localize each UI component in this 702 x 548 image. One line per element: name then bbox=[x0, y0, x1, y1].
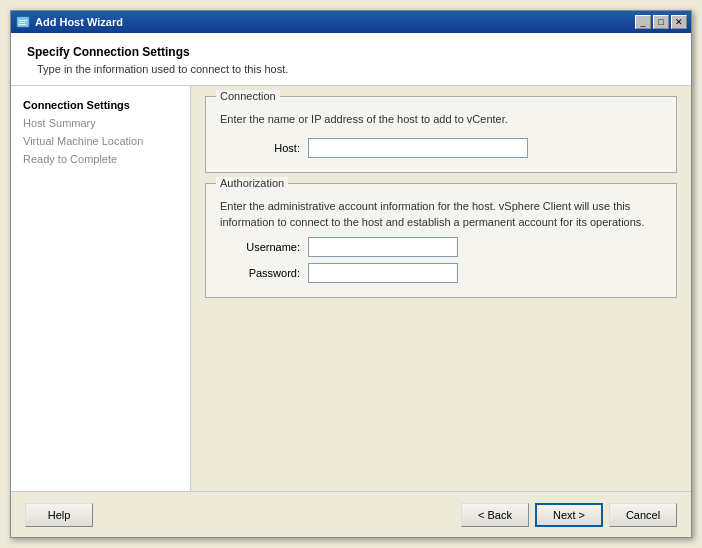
sidebar-item-host-summary: Host Summary bbox=[11, 114, 190, 132]
window-title: Add Host Wizard bbox=[35, 16, 631, 28]
minimize-button[interactable]: _ bbox=[635, 15, 651, 29]
close-button[interactable]: ✕ bbox=[671, 15, 687, 29]
window-icon bbox=[15, 14, 31, 30]
host-label: Host: bbox=[220, 142, 300, 154]
header-section: Specify Connection Settings Type in the … bbox=[11, 33, 691, 86]
connection-group-title: Connection bbox=[216, 90, 280, 102]
footer-right: < Back Next > Cancel bbox=[461, 503, 677, 527]
window-controls: _ □ ✕ bbox=[635, 15, 687, 29]
cancel-button[interactable]: Cancel bbox=[609, 503, 677, 527]
footer-left: Help bbox=[25, 503, 461, 527]
svg-rect-2 bbox=[19, 22, 25, 23]
back-button[interactable]: < Back bbox=[461, 503, 529, 527]
username-input[interactable] bbox=[308, 237, 458, 257]
authorization-description: Enter the administrative account informa… bbox=[220, 198, 662, 231]
sidebar-item-connection-settings[interactable]: Connection Settings bbox=[11, 96, 190, 114]
host-row: Host: bbox=[220, 138, 662, 158]
maximize-button[interactable]: □ bbox=[653, 15, 669, 29]
sidebar: Connection Settings Host Summary Virtual… bbox=[11, 86, 191, 491]
page-title: Specify Connection Settings bbox=[27, 45, 675, 59]
footer: Help < Back Next > Cancel bbox=[11, 491, 691, 537]
password-label: Password: bbox=[220, 267, 300, 279]
authorization-group: Authorization Enter the administrative a… bbox=[205, 183, 677, 298]
svg-rect-3 bbox=[19, 24, 26, 25]
connection-group: Connection Enter the name or IP address … bbox=[205, 96, 677, 173]
add-host-wizard-window: Add Host Wizard _ □ ✕ Specify Connection… bbox=[10, 10, 692, 538]
help-button[interactable]: Help bbox=[25, 503, 93, 527]
right-panel: Connection Enter the name or IP address … bbox=[191, 86, 691, 491]
connection-description: Enter the name or IP address of the host… bbox=[220, 111, 662, 128]
page-subtitle: Type in the information used to connect … bbox=[27, 63, 675, 75]
sidebar-item-ready-to-complete: Ready to Complete bbox=[11, 150, 190, 168]
main-body: Connection Settings Host Summary Virtual… bbox=[11, 86, 691, 491]
sidebar-item-virtual-machine-location: Virtual Machine Location bbox=[11, 132, 190, 150]
password-row: Password: bbox=[220, 263, 662, 283]
username-row: Username: bbox=[220, 237, 662, 257]
content-area: Specify Connection Settings Type in the … bbox=[11, 33, 691, 537]
password-input[interactable] bbox=[308, 263, 458, 283]
title-bar: Add Host Wizard _ □ ✕ bbox=[11, 11, 691, 33]
host-input[interactable] bbox=[308, 138, 528, 158]
username-label: Username: bbox=[220, 241, 300, 253]
authorization-group-title: Authorization bbox=[216, 177, 288, 189]
next-button[interactable]: Next > bbox=[535, 503, 603, 527]
svg-rect-1 bbox=[19, 20, 27, 21]
